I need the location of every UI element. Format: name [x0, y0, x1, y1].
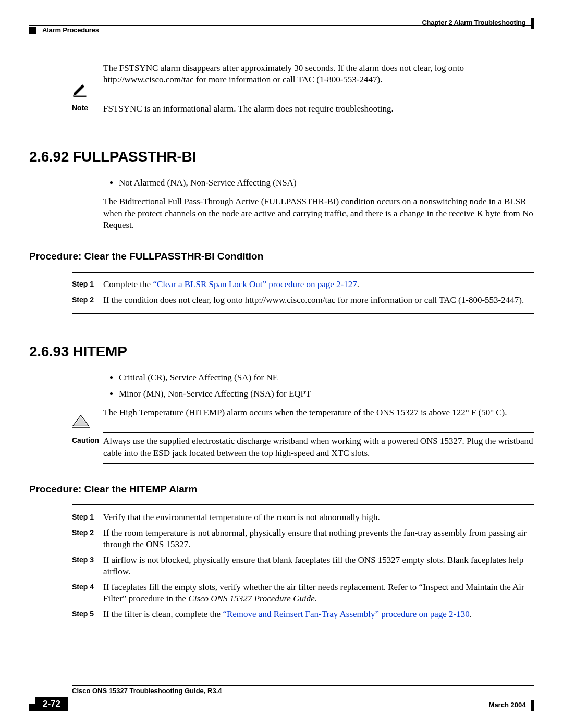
rule: [72, 685, 534, 686]
page: Chapter 2 Alarm Troubleshooting Alarm Pr…: [0, 0, 563, 728]
header-bar-icon: [531, 18, 534, 29]
step-label: Step 2: [29, 527, 103, 537]
rule: [103, 119, 534, 119]
rule: [103, 463, 534, 464]
step-row: Step 2 If the room temperature is not ab…: [29, 527, 534, 550]
pencil-icon: [72, 81, 103, 100]
step-text: If faceplates fill the empty slots, veri…: [103, 582, 534, 604]
step-text: Verify that the environmental temperatur…: [103, 512, 534, 523]
xref-link[interactable]: “Clear a BLSR Span Lock Out” procedure o…: [153, 279, 357, 289]
step-label: Step 5: [29, 609, 103, 618]
chapter-label: Chapter 2 Alarm Troubleshooting: [422, 19, 525, 27]
step-label: Step 1: [29, 279, 103, 288]
rule: [72, 272, 534, 273]
caution-icon: [72, 414, 103, 430]
rule: [103, 432, 534, 433]
step-row: Step 3 If airflow is not blocked, physic…: [29, 554, 534, 577]
section-heading-hitemp: 2.6.93 HITEMP: [29, 343, 534, 360]
note-text: FSTSYNC is an informational alarm. The a…: [103, 103, 534, 115]
header-right: Chapter 2 Alarm Troubleshooting: [422, 18, 534, 29]
rule: [72, 504, 534, 505]
step-label: Step 4: [29, 582, 103, 591]
note-callout: Note FSTSYNC is an informational alarm. …: [29, 99, 534, 119]
header-square-icon: [29, 27, 36, 34]
bullet-list: Critical (CR), Service Affecting (SA) fo…: [103, 371, 534, 401]
footer-title: Cisco ONS 15327 Troubleshooting Guide, R…: [72, 687, 534, 695]
section-label: Alarm Procedures: [42, 26, 99, 34]
step-row: Step 4 If faceplates fill the empty slot…: [29, 582, 534, 604]
note-label: Note: [72, 104, 88, 112]
intro-paragraph: The FSTSYNC alarm disappears after appro…: [103, 63, 534, 85]
caution-label: Caution: [72, 436, 99, 445]
page-number: 2-72: [35, 697, 68, 711]
section-paragraph: The Bidirectional Full Pass-Through Acti…: [103, 196, 534, 230]
content: The FSTSYNC alarm disappears after appro…: [29, 63, 534, 624]
step-row: Step 5 If the filter is clean, complete …: [29, 609, 534, 620]
xref-link[interactable]: “Remove and Reinsert Fan-Tray Assembly” …: [223, 609, 469, 619]
step-row: Step 1 Complete the “Clear a BLSR Span L…: [29, 279, 534, 290]
section-paragraph: The High Temperature (HITEMP) alarm occu…: [103, 407, 534, 418]
footer: Cisco ONS 15327 Troubleshooting Guide, R…: [29, 685, 534, 711]
procedure-heading: Procedure: Clear the HITEMP Alarm: [29, 484, 534, 495]
step-row: Step 1 Verify that the environmental tem…: [29, 512, 534, 523]
bullet-item: Critical (CR), Service Affecting (SA) fo…: [119, 371, 534, 385]
step-row: Step 2 If the condition does not clear, …: [29, 294, 534, 306]
step-text: If the condition does not clear, log ont…: [103, 294, 534, 306]
footer-date: March 2004: [489, 700, 534, 711]
section-heading-fullpassthr: 2.6.92 FULLPASSTHR-BI: [29, 149, 534, 165]
caution-callout: Caution Always use the supplied electros…: [29, 432, 534, 463]
footer-bar-icon: [531, 700, 534, 711]
step-label: Step 2: [29, 294, 103, 304]
step-text: Complete the “Clear a BLSR Span Lock Out…: [103, 279, 534, 290]
caution-text: Always use the supplied electrostatic di…: [103, 436, 534, 459]
step-text: If the filter is clean, complete the “Re…: [103, 609, 534, 620]
procedure-heading: Procedure: Clear the FULLPASSTHR-BI Cond…: [29, 251, 534, 262]
step-text: If the room temperature is not abnormal,…: [103, 527, 534, 550]
step-text: If airflow is not blocked, physically en…: [103, 554, 534, 577]
rule: [103, 100, 534, 100]
rule: [72, 313, 534, 314]
bullet-item: Minor (MN), Non-Service Affecting (NSA) …: [119, 387, 534, 401]
header-left: Alarm Procedures: [29, 26, 99, 34]
step-label: Step 3: [29, 554, 103, 564]
bullet-list: Not Alarmed (NA), Non-Service Affecting …: [103, 176, 534, 190]
bullet-item: Not Alarmed (NA), Non-Service Affecting …: [119, 176, 534, 190]
step-label: Step 1: [29, 512, 103, 521]
